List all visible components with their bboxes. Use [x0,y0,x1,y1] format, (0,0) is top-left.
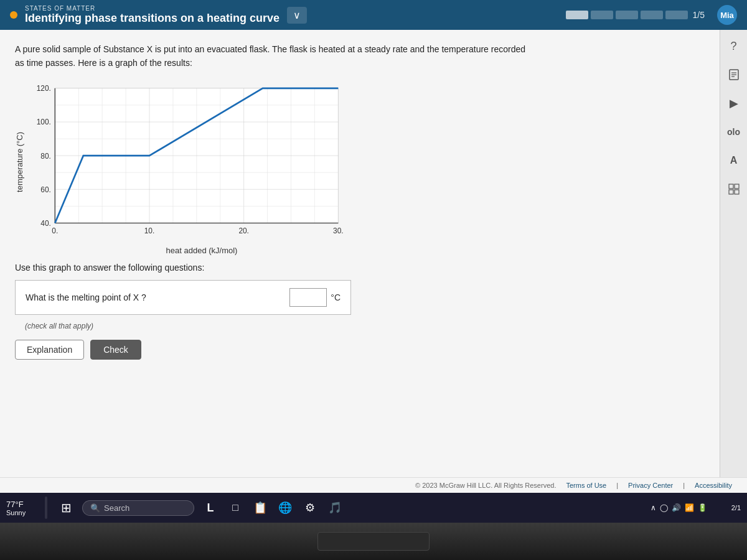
question-label: What is the melting point of X ? [26,292,282,302]
svg-rect-40 [729,190,733,194]
weather-temp: 77°F [6,500,37,509]
progress-seg-4 [641,11,663,19]
check-button[interactable]: Check [90,340,141,360]
taskbar-apps: L □ 📋 🌐 ⚙ 🎵 [199,497,646,519]
notes-icon[interactable] [724,65,744,85]
svg-text:120.: 120. [37,84,51,93]
svg-text:100.: 100. [37,118,51,126]
svg-text:60.: 60. [40,185,51,194]
question-section: Use this graph to answer the following q… [15,263,525,331]
search-label: Search [104,503,129,513]
svg-text:80.: 80. [40,151,51,160]
start-button[interactable]: ⊞ [55,497,77,519]
progress-label: 1/5 [693,10,705,20]
help-icon[interactable]: ? [724,36,744,56]
taskbar-tray: ∧ ◯ 🔊 📶 🔋 2/1 [651,503,741,512]
progress-seg-1 [566,11,588,19]
chevron-down-button[interactable]: ∨ [287,7,307,24]
taskbar-app-l[interactable]: L [199,497,222,519]
page-title: Identifying phase transitions on a heati… [25,12,280,25]
svg-text:30.: 30. [333,226,344,235]
taskbar-app-clip[interactable]: 📋 [249,497,271,519]
laptop-bottom-bezel [0,523,747,560]
progress-seg-3 [616,11,638,19]
right-sidebar: ? ▶ olo A [720,30,747,477]
tray-battery-icon[interactable]: 🔋 [698,503,707,512]
action-buttons: Explanation Check [15,340,705,360]
search-icon: 🔍 [90,503,100,513]
footer-divider-1: | [616,482,618,489]
unit-label: °C [331,292,341,302]
footer-divider-2: | [683,482,685,489]
content-area: A pure solid sample of Substance X is pu… [0,30,720,477]
tray-mic-icon[interactable]: ◯ [660,503,668,512]
answer-input-area: °C [289,288,341,307]
footer-bar: © 2023 McGraw Hill LLC. All Rights Reser… [0,477,747,493]
profile-badge[interactable]: Mia [717,5,737,25]
progress-segments [566,11,688,19]
chart-container: 40. 60. 80. 100. 120. 0. 10. 20. 30. [28,82,352,243]
chart-wrapper: temperature (°C) [15,82,352,243]
svg-text:20.: 20. [238,226,249,235]
tray-volume-icon[interactable]: 🔊 [672,503,681,512]
svg-text:0.: 0. [52,226,58,235]
svg-rect-39 [735,184,739,189]
svg-rect-41 [735,190,739,194]
chart-section: temperature (°C) [15,82,705,255]
chart-icon[interactable]: olo [724,122,744,142]
taskbar: 77°F Sunny ⊞ 🔍 Search L □ 📋 🌐 ⚙ 🎵 ∧ ◯ 🔊 … [0,493,747,523]
section-subtitle: STATES OF MATTER [25,5,280,12]
main-content: A pure solid sample of Substance X is pu… [0,30,747,477]
tray-wifi-icon[interactable]: 📶 [685,503,694,512]
progress-seg-5 [665,11,688,19]
status-dot [10,11,17,19]
explanation-button[interactable]: Explanation [15,340,84,360]
title-group: STATES OF MATTER Identifying phase trans… [25,5,280,25]
taskbar-app-window[interactable]: □ [224,497,247,519]
intro-paragraph: A pure solid sample of Substance X is pu… [15,42,525,70]
taskbar-app-music[interactable]: 🎵 [324,497,346,519]
weather-condition: Sunny [6,509,37,516]
question-box: What is the melting point of X ? °C [15,280,351,315]
trackpad [317,532,430,551]
header-bar: STATES OF MATTER Identifying phase trans… [0,0,747,30]
tray-chevron-icon[interactable]: ∧ [651,503,656,512]
privacy-link[interactable]: Privacy Center [628,482,673,489]
text-icon[interactable]: A [724,151,744,170]
svg-rect-38 [729,184,733,189]
check-all-text: (check all that apply) [25,322,93,330]
x-axis-label: heat added (kJ/mol) [40,246,364,255]
grid-icon[interactable] [724,179,744,199]
melting-point-input[interactable] [289,288,327,307]
terms-link[interactable]: Terms of Use [566,482,606,489]
taskbar-search[interactable]: 🔍 Search [82,500,194,516]
progress-seg-2 [591,11,613,19]
y-axis-label: temperature (°C) [15,132,24,192]
svg-text:10.: 10. [144,226,155,235]
question-lead-text: Use this graph to answer the following q… [15,263,525,273]
taskbar-app-settings[interactable]: ⚙ [299,497,321,519]
heating-curve-chart: 40. 60. 80. 100. 120. 0. 10. 20. 30. [28,82,352,243]
accessibility-link[interactable]: Accessibility [695,482,732,489]
play-icon[interactable]: ▶ [724,93,744,113]
svg-text:40.: 40. [40,219,51,228]
taskbar-app-browser[interactable]: 🌐 [274,497,296,519]
progress-area: 1/5 Mia [566,5,737,25]
weather-widget: 77°F Sunny [6,500,37,516]
copyright-text: © 2023 McGraw Hill LLC. All Rights Reser… [415,482,556,489]
taskbar-date: 2/1 [731,504,741,511]
taskbar-time: 2/1 [711,504,741,511]
